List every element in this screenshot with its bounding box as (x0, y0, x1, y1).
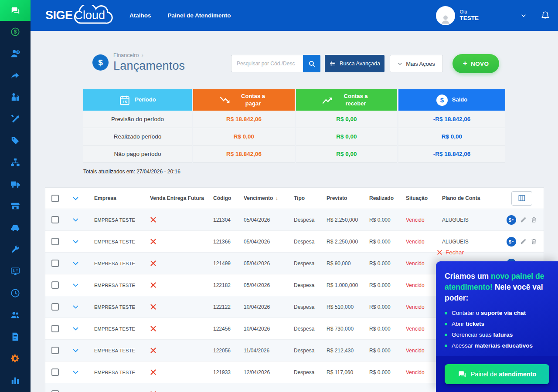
realizado-cell: R$ 0.000 (361, 348, 398, 354)
sidebar-item-wrench[interactable] (0, 239, 31, 260)
sidebar-item-car[interactable] (0, 217, 31, 239)
cross-icon (150, 260, 157, 267)
row-checkbox[interactable] (51, 390, 59, 392)
user-menu[interactable]: Olá TESTE (436, 6, 558, 25)
page-title: Lançamentos (113, 59, 185, 73)
expand-all-icon[interactable] (72, 195, 79, 202)
notifications-bell-icon[interactable] (541, 11, 550, 20)
person-icon (439, 13, 452, 25)
summary-receivable-value: R$ 0,00 (296, 128, 397, 145)
column-header-empresa[interactable]: Empresa (86, 195, 142, 201)
row-checkbox[interactable] (51, 303, 59, 311)
row-checkbox[interactable] (51, 260, 59, 267)
realizado-cell: R$ 0.000 (361, 326, 398, 332)
expand-row-icon[interactable] (72, 238, 79, 245)
column-header-plano[interactable]: Plano de Conta (434, 195, 500, 201)
popup-close-button[interactable]: Fechar (437, 249, 464, 256)
sidebar-item-dollar[interactable] (0, 21, 31, 43)
summary-payable-value: R$ 0,00 (193, 128, 295, 145)
row-checkbox[interactable] (51, 325, 59, 332)
sidebar-item-store[interactable] (0, 195, 31, 217)
sidebar-item-user-dollar[interactable] (0, 43, 31, 64)
period-card[interactable]: Período (83, 89, 192, 111)
sidebar-item-tag[interactable] (0, 130, 31, 152)
sidebar-item-share[interactable] (0, 64, 31, 86)
expand-row-icon[interactable] (72, 368, 79, 376)
edit-icon[interactable] (520, 238, 527, 245)
row-checkbox[interactable] (51, 368, 59, 376)
new-button[interactable]: + NOVO (453, 54, 499, 73)
payables-card[interactable]: Contas a pagar (193, 89, 295, 111)
sidebar-item-truck[interactable] (0, 173, 31, 195)
situacao-cell: Vencido (398, 348, 434, 354)
sidebar-item-clock[interactable] (0, 282, 31, 304)
more-actions-button[interactable]: Mais Ações (390, 55, 443, 72)
column-header-codigo[interactable]: Código (205, 195, 236, 201)
sidebar-item-document[interactable] (0, 326, 31, 348)
vencimento-cell: 05/04/2026 (236, 239, 286, 245)
cross-icon (150, 347, 157, 354)
expand-row-icon[interactable] (72, 347, 79, 354)
column-header-tipo[interactable]: Tipo (286, 195, 319, 201)
payment-action-button[interactable]: $» (507, 215, 516, 225)
row-checkbox[interactable] (51, 281, 59, 289)
delete-icon[interactable] (531, 216, 537, 223)
column-header-situacao[interactable]: Situação (398, 195, 434, 201)
advanced-search-button[interactable]: Busca Avançada (325, 55, 384, 72)
nav-painel-atendimento[interactable]: Painel de Atendimento (168, 12, 231, 19)
sidebar-item-chat[interactable] (0, 0, 31, 21)
search-button[interactable] (303, 55, 320, 72)
realizado-cell: R$ 0.000 (361, 304, 398, 310)
summary-row: Previsão do período R$ 18.842,06 R$ 0,00… (83, 111, 505, 128)
sidebar-item-tools[interactable] (0, 108, 31, 130)
codigo-cell: 122182 (205, 282, 236, 288)
sidebar-item-sitemap[interactable] (0, 152, 31, 173)
search-input[interactable] (231, 55, 303, 72)
chevron-down-icon[interactable] (521, 13, 527, 19)
row-checkbox[interactable] (51, 216, 59, 223)
row-checkbox[interactable] (51, 238, 59, 245)
nav-atalhos[interactable]: Atalhos (129, 12, 151, 19)
expand-row-icon[interactable] (72, 281, 79, 289)
tipo-cell: Despesa (286, 369, 319, 375)
sidebar-item-reports[interactable] (0, 369, 31, 391)
table-row: EMPRESA TESTE 121366 05/04/2026 Despesa … (45, 231, 544, 253)
expand-row-icon[interactable] (72, 390, 79, 392)
vencimento-cell: 11/04/2026 (236, 348, 286, 354)
chat-icon (458, 370, 466, 378)
expand-row-icon[interactable] (72, 216, 79, 223)
summary-payable-value: R$ 18.842,06 (193, 145, 295, 163)
column-header-previsto[interactable]: Previsto (319, 195, 361, 201)
popup-footer: Painel de atendimento (436, 356, 558, 392)
avatar[interactable] (436, 6, 455, 25)
column-header-venda[interactable]: Venda Entrega Futura (142, 195, 205, 201)
expand-row-icon[interactable] (72, 303, 79, 311)
summary-row-label: Não pago período (83, 145, 192, 163)
select-all-checkbox[interactable] (51, 195, 59, 202)
sidebar-item-pos[interactable] (0, 260, 31, 282)
bullet-dot-icon (445, 312, 447, 314)
sidebar-item-user-bag[interactable] (0, 86, 31, 108)
popup-title: Criamos um novo painel de atendimento! N… (445, 271, 549, 304)
sidebar-item-settings[interactable] (0, 348, 31, 369)
column-settings-button[interactable] (511, 191, 532, 206)
trend-up-icon (320, 95, 334, 106)
balance-card[interactable]: $ Saldo (398, 89, 505, 111)
row-checkbox[interactable] (51, 347, 59, 354)
payment-action-button[interactable]: $» (507, 237, 516, 247)
user-bag-icon (10, 92, 20, 102)
empresa-cell: EMPRESA TESTE (86, 348, 142, 353)
car-icon (10, 223, 20, 233)
empresa-cell: EMPRESA TESTE (86, 217, 142, 223)
tag-icon (10, 136, 20, 145)
expand-row-icon[interactable] (72, 325, 79, 332)
column-header-vencimento[interactable]: Vencimento↓ (236, 195, 286, 201)
column-header-realizado[interactable]: Realizado (361, 195, 398, 201)
delete-icon[interactable] (531, 238, 537, 245)
sidebar-item-users[interactable] (0, 304, 31, 326)
expand-row-icon[interactable] (72, 260, 79, 267)
receivables-card[interactable]: Contas a receber (296, 89, 397, 111)
edit-icon[interactable] (520, 216, 527, 223)
open-support-panel-button[interactable]: Painel de atendimento (445, 364, 549, 384)
app-logo[interactable]: SIGECloud (45, 7, 112, 24)
